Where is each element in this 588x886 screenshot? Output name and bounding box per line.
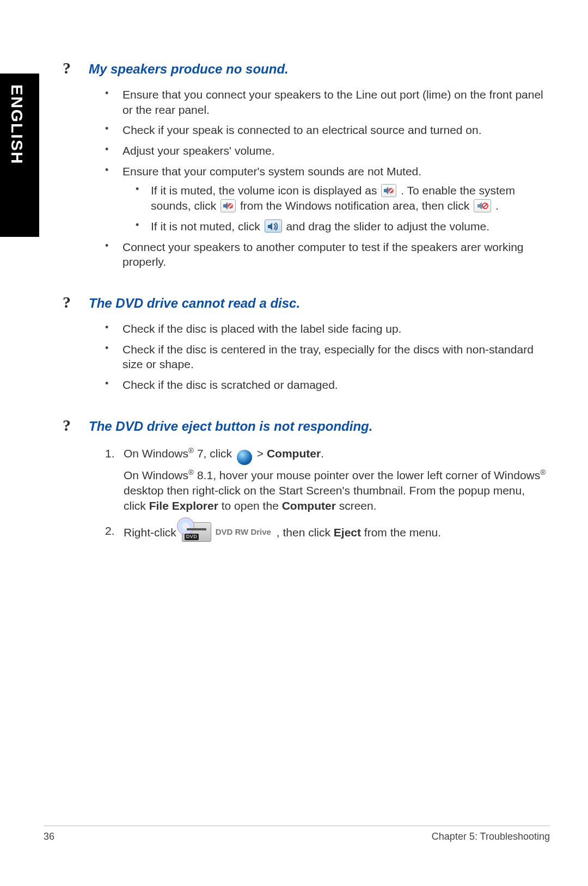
dvd-rw-drive-icon: DVD DVD RW Drive [182, 522, 271, 542]
svg-marker-9 [268, 223, 272, 230]
text: . [321, 447, 324, 460]
svg-line-8 [483, 204, 487, 208]
windows-start-orb-icon [236, 450, 253, 465]
svg-marker-0 [384, 187, 388, 194]
step-item: On Windows® 7, click > Computer. On Wind… [105, 446, 550, 513]
step-item: Right-click DVD DVD RW Drive , then clic… [105, 523, 550, 543]
question-mark-icon: ? [63, 417, 89, 433]
file-explorer-label: File Explorer [149, 499, 218, 512]
dvd-drive-label: DVD RW Drive [216, 527, 271, 537]
list-item: Ensure that your computer's system sound… [105, 164, 550, 234]
language-label: ENGLISH [8, 84, 26, 164]
text: and drag the slider to adjust the volume… [286, 220, 489, 233]
computer-label: Computer [267, 447, 321, 460]
list-item: Connect your speakers to another compute… [105, 240, 550, 270]
text: to open the [218, 499, 282, 512]
computer-label: Computer [282, 499, 336, 512]
text: . [495, 199, 499, 212]
text: , then click [277, 526, 334, 538]
list-item-text: Ensure that your computer's system sound… [122, 165, 421, 178]
text: If it is muted, the volume icon is displ… [151, 184, 380, 197]
text: On Windows [124, 447, 188, 460]
text: Right-click [124, 526, 180, 538]
section-title: My speakers produce no sound. [89, 62, 289, 77]
text: from the menu. [361, 526, 441, 538]
mixer-mute-button-icon [474, 199, 491, 212]
text: 8.1, hover your mouse pointer over the l… [194, 469, 540, 481]
text: 7, click [194, 447, 235, 460]
content-area: ? My speakers produce no sound. Ensure t… [63, 60, 550, 567]
list-item: Adjust your speakers' volume. [105, 143, 550, 158]
language-side-tab: ENGLISH [0, 74, 39, 237]
text: If it is not muted, click [151, 220, 264, 233]
section-title: The DVD drive cannot read a disc. [89, 296, 300, 311]
list-item: Check if the disc is scratched or damage… [105, 377, 550, 393]
footer-rule [44, 826, 550, 826]
volume-muted-icon [381, 184, 396, 197]
svg-marker-6 [477, 202, 482, 210]
page: ENGLISH ? My speakers produce no sound. … [0, 0, 588, 886]
text: On Windows [124, 469, 188, 481]
registered-mark: ® [188, 447, 194, 455]
page-number: 36 [44, 831, 54, 842]
registered-mark: ® [188, 468, 194, 476]
section-title: The DVD drive eject button is not respon… [89, 419, 372, 435]
registered-mark: ® [540, 468, 546, 476]
list-item: If it is muted, the volume icon is displ… [136, 183, 550, 213]
text: screen. [336, 499, 377, 512]
list-item: If it is not muted, click and drag the s… [136, 219, 550, 234]
list-item: Ensure that you connect your speakers to… [105, 87, 550, 117]
chapter-label: Chapter 5: Troubleshooting [432, 831, 550, 842]
question-mark-icon: ? [63, 60, 89, 76]
section-dvd-eject: ? The DVD drive eject button is not resp… [63, 417, 550, 543]
list-item: Check if the disc is centered in the tra… [105, 342, 550, 372]
text: > [257, 447, 267, 460]
list-item: Check if the disc is placed with the lab… [105, 321, 550, 337]
svg-marker-3 [223, 202, 228, 210]
section-dvd-read: ? The DVD drive cannot read a disc. Chec… [63, 294, 550, 393]
eject-label: Eject [334, 526, 361, 538]
volume-tray-muted-icon [220, 199, 236, 212]
list-item: Check if your speak is connected to an e… [105, 123, 550, 138]
volume-icon [265, 219, 282, 233]
text: from the Windows notification area, then… [240, 199, 473, 212]
section-speakers: ? My speakers produce no sound. Ensure t… [63, 60, 550, 270]
question-mark-icon: ? [63, 294, 89, 310]
